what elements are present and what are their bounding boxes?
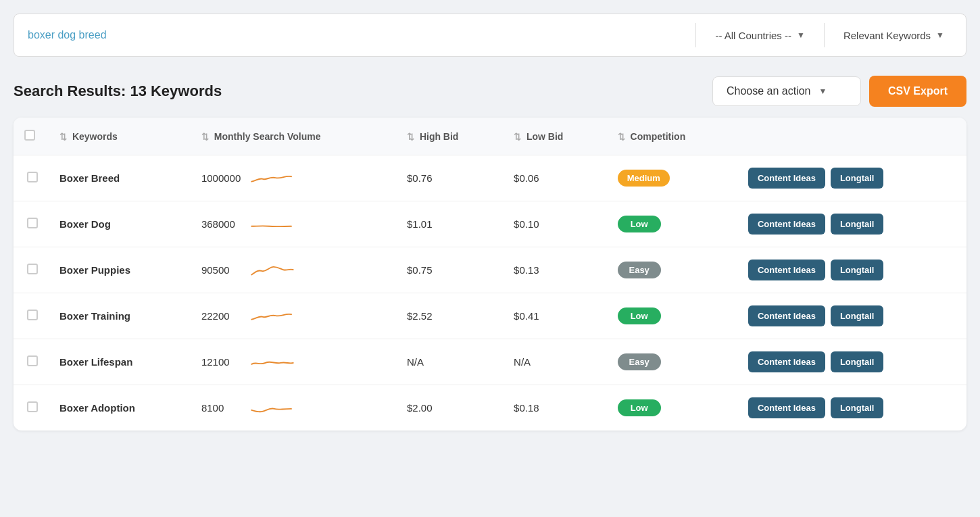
csv-export-button[interactable]: CSV Export <box>869 76 966 107</box>
sort-icon-keywords: ⇅ <box>59 132 67 142</box>
row-checkbox-cell <box>14 339 49 385</box>
competition-cell: Easy <box>607 339 737 385</box>
longtail-button[interactable]: Longtail <box>831 351 884 372</box>
keyword-cell: Boxer Puppies <box>49 247 191 293</box>
row-checkbox-cell <box>14 155 49 201</box>
row-checkbox-5[interactable] <box>27 401 38 412</box>
competition-cell: Medium <box>607 155 737 201</box>
table-row: Boxer Breed 1000000 $0.76 $0.06 Medium C… <box>14 155 966 201</box>
competition-cell: Low <box>607 293 737 339</box>
content-ideas-button[interactable]: Content Ideas <box>748 305 825 326</box>
sort-icon-low-bid: ⇅ <box>514 132 521 142</box>
content-ideas-button[interactable]: Content Ideas <box>748 351 825 372</box>
row-checkbox-1[interactable] <box>27 218 38 228</box>
volume-cell: 8100 <box>191 385 396 431</box>
actions-cell: Content Ideas Longtail <box>737 385 966 431</box>
high-bid-cell: $2.00 <box>396 385 503 431</box>
low-bid-cell: $0.10 <box>503 201 607 247</box>
volume-cell: 368000 <box>191 201 396 247</box>
col-competition[interactable]: ⇅ Competition <box>607 118 737 155</box>
row-checkbox-4[interactable] <box>27 355 38 366</box>
sort-icon-high-bid: ⇅ <box>407 132 414 142</box>
row-checkbox-cell <box>14 293 49 339</box>
select-all-checkbox[interactable] <box>24 130 35 141</box>
row-checkbox-3[interactable] <box>27 310 38 320</box>
col-actions <box>737 118 966 155</box>
competition-badge: Easy <box>618 262 661 278</box>
high-bid-cell: $1.01 <box>396 201 503 247</box>
sparkline-icon <box>249 353 296 372</box>
volume-cell: 12100 <box>191 339 396 385</box>
sort-icon-competition: ⇅ <box>618 132 625 142</box>
action-dropdown[interactable]: Choose an action ▼ <box>712 76 861 106</box>
competition-badge: Medium <box>618 170 670 187</box>
actions-cell: Content Ideas Longtail <box>737 247 966 293</box>
low-bid-cell: $0.13 <box>503 247 607 293</box>
table-row: Boxer Dog 368000 $1.01 $0.10 Low Content… <box>14 201 966 247</box>
search-divider-2 <box>824 23 825 47</box>
col-high-bid[interactable]: ⇅ High Bid <box>396 118 503 155</box>
table-header-row: ⇅ Keywords ⇅ Monthly Search Volume ⇅ Hig… <box>14 118 966 155</box>
longtail-button[interactable]: Longtail <box>831 397 884 418</box>
chevron-down-icon-2: ▼ <box>936 30 944 40</box>
country-dropdown[interactable]: -- All Countries -- ▼ <box>707 30 812 41</box>
high-bid-cell: N/A <box>396 339 503 385</box>
chevron-down-icon-3: ▼ <box>819 87 827 96</box>
competition-cell: Low <box>607 201 737 247</box>
table-row: Boxer Lifespan 12100 N/A N/A Easy Conten… <box>14 339 966 385</box>
results-table-container: ⇅ Keywords ⇅ Monthly Search Volume ⇅ Hig… <box>14 118 966 430</box>
row-checkbox-cell <box>14 201 49 247</box>
results-table: ⇅ Keywords ⇅ Monthly Search Volume ⇅ Hig… <box>14 118 966 430</box>
low-bid-cell: $0.06 <box>503 155 607 201</box>
row-checkbox-cell <box>14 385 49 431</box>
table-row: Boxer Training 22200 $2.52 $0.41 Low Con… <box>14 293 966 339</box>
row-checkbox-0[interactable] <box>27 172 38 182</box>
col-low-bid[interactable]: ⇅ Low Bid <box>503 118 607 155</box>
competition-cell: Low <box>607 385 737 431</box>
high-bid-cell: $0.76 <box>396 155 503 201</box>
sparkline-icon <box>249 399 296 418</box>
search-input[interactable] <box>28 29 685 41</box>
longtail-button[interactable]: Longtail <box>831 305 884 326</box>
keyword-cell: Boxer Dog <box>49 201 191 247</box>
volume-cell: 1000000 <box>191 155 396 201</box>
competition-badge: Low <box>618 399 661 416</box>
competition-badge: Low <box>618 307 661 324</box>
results-actions: Choose an action ▼ CSV Export <box>712 76 966 107</box>
sparkline-icon <box>249 307 296 326</box>
row-checkbox-2[interactable] <box>27 264 38 274</box>
sparkline-icon <box>249 169 296 188</box>
results-title: Search Results: 13 Keywords <box>14 82 222 100</box>
content-ideas-button[interactable]: Content Ideas <box>748 214 825 235</box>
longtail-button[interactable]: Longtail <box>831 168 884 189</box>
chevron-down-icon: ▼ <box>797 30 805 40</box>
volume-cell: 22200 <box>191 293 396 339</box>
volume-cell: 90500 <box>191 247 396 293</box>
high-bid-cell: $2.52 <box>396 293 503 339</box>
keyword-type-dropdown[interactable]: Relevant Keywords ▼ <box>835 30 952 41</box>
select-all-header <box>14 118 49 155</box>
keyword-cell: Boxer Training <box>49 293 191 339</box>
keyword-cell: Boxer Adoption <box>49 385 191 431</box>
content-ideas-button[interactable]: Content Ideas <box>748 260 825 280</box>
actions-cell: Content Ideas Longtail <box>737 155 966 201</box>
keyword-cell: Boxer Breed <box>49 155 191 201</box>
actions-cell: Content Ideas Longtail <box>737 293 966 339</box>
actions-cell: Content Ideas Longtail <box>737 201 966 247</box>
actions-cell: Content Ideas Longtail <box>737 339 966 385</box>
longtail-button[interactable]: Longtail <box>831 214 884 235</box>
sort-icon-volume: ⇅ <box>201 132 209 142</box>
col-volume[interactable]: ⇅ Monthly Search Volume <box>191 118 396 155</box>
content-ideas-button[interactable]: Content Ideas <box>748 168 825 189</box>
low-bid-cell: N/A <box>503 339 607 385</box>
content-ideas-button[interactable]: Content Ideas <box>748 397 825 418</box>
longtail-button[interactable]: Longtail <box>831 260 884 280</box>
competition-cell: Easy <box>607 247 737 293</box>
competition-badge: Low <box>618 216 661 232</box>
sparkline-icon <box>249 261 296 280</box>
sparkline-icon <box>249 215 296 234</box>
competition-badge: Easy <box>618 353 661 370</box>
search-divider <box>695 23 696 47</box>
row-checkbox-cell <box>14 247 49 293</box>
col-keywords[interactable]: ⇅ Keywords <box>49 118 191 155</box>
